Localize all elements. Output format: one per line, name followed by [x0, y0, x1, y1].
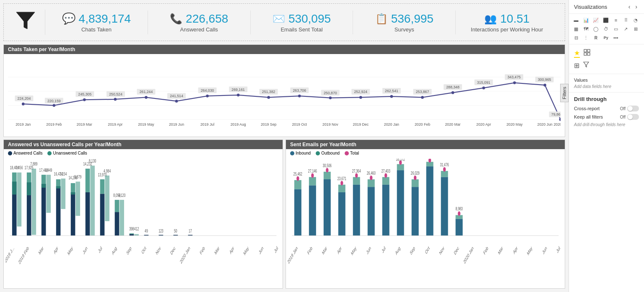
viz-icon-r[interactable]: R: [592, 34, 600, 41]
unanswered-dot: [47, 151, 52, 155]
viz-icon-column[interactable]: 📊: [582, 16, 590, 24]
grid-btn[interactable]: ⊞: [574, 62, 579, 70]
svg-point-163: [326, 168, 328, 173]
svg-text:2019 Oct: 2019 Oct: [292, 122, 307, 127]
svg-text:300,965: 300,965: [538, 78, 551, 82]
format-icon: [583, 49, 591, 56]
add-drill-fields[interactable]: Add drill-through fields here: [574, 122, 639, 127]
svg-rect-169: [353, 185, 360, 236]
svg-point-10: [206, 95, 209, 98]
svg-point-15: [359, 96, 362, 99]
svg-text:4,449: 4,449: [45, 167, 52, 173]
chats-label: Chats Taken: [81, 26, 112, 33]
viz-icon-py[interactable]: Py: [602, 34, 610, 41]
keep-filters-track[interactable]: [627, 114, 639, 120]
values-placeholder[interactable]: Add data fields here: [574, 84, 639, 89]
kpi-calls: 📞 226,658 Answered Calls: [148, 10, 251, 34]
viz-icon-line[interactable]: 📈: [592, 16, 600, 24]
viz-icon-more[interactable]: •••: [612, 34, 620, 41]
viz-icon-scatter[interactable]: ⠿: [622, 16, 630, 24]
values-label: Values: [574, 78, 639, 83]
svg-text:25,462: 25,462: [293, 171, 302, 176]
panel-prev-btn[interactable]: ‹: [627, 3, 632, 10]
viz-icon-map[interactable]: 🗺: [582, 25, 590, 33]
svg-text:253,867: 253,867: [416, 90, 429, 94]
svg-text:2019 Feb: 2019 Feb: [18, 245, 29, 266]
total-dot: [345, 151, 349, 155]
calls-label: Answered Calls: [180, 26, 218, 33]
viz-icon-donut[interactable]: ◯: [592, 25, 600, 33]
viz-icon-ribbon[interactable]: ≡: [612, 16, 620, 24]
legend-answered: Answered Calls: [8, 151, 42, 155]
panel-next-btn[interactable]: ›: [634, 3, 639, 10]
svg-point-171: [355, 173, 358, 178]
svg-text:26,029: 26,029: [411, 170, 420, 176]
svg-point-16: [390, 95, 393, 98]
viz-icon-matrix[interactable]: ⊟: [572, 34, 580, 41]
svg-text:288,348: 288,348: [446, 85, 460, 89]
svg-text:Jul: Jul: [98, 245, 103, 254]
svg-rect-113: [105, 176, 109, 221]
viz-icon-pie[interactable]: ◔: [632, 16, 639, 24]
filter-icon-container[interactable]: [10, 10, 45, 35]
filters-tab[interactable]: Filters: [560, 84, 569, 102]
svg-rect-154: [294, 180, 301, 189]
svg-rect-174: [368, 179, 375, 187]
svg-text:7,889: 7,889: [30, 161, 37, 167]
svg-point-11: [237, 93, 240, 96]
viz-icon-area[interactable]: ⬛: [602, 16, 610, 24]
svg-rect-105: [86, 192, 90, 236]
email-bars-group: 25,462 27,146 30,506: [293, 159, 463, 235]
svg-rect-106: [86, 169, 90, 192]
viz-icon-bar[interactable]: ▬: [572, 16, 580, 24]
svg-text:Dec: Dec: [453, 245, 460, 256]
keep-filters-toggle[interactable]: Off: [620, 114, 639, 120]
svg-point-18: [452, 91, 454, 94]
surveys-label: Surveys: [395, 26, 414, 33]
svg-text:2019 Jun: 2019 Jun: [169, 122, 184, 127]
svg-text:251,382: 251,382: [262, 90, 275, 94]
svg-rect-93: [46, 175, 51, 213]
cross-report-toggle[interactable]: Off: [620, 106, 639, 111]
viz-icon-card[interactable]: ▭: [612, 25, 620, 33]
svg-text:Feb: Feb: [199, 245, 205, 256]
svg-text:2020 Jan: 2020 Jan: [463, 245, 474, 265]
svg-rect-110: [100, 194, 105, 236]
svg-rect-223: [584, 53, 587, 55]
viz-icon-gauge[interactable]: ⏱: [602, 25, 610, 33]
star-btn[interactable]: ★: [574, 49, 580, 58]
viz-icon-table[interactable]: ⊞: [632, 25, 639, 33]
svg-text:Sep: Sep: [409, 245, 415, 256]
svg-rect-81: [12, 173, 17, 195]
svg-point-12: [267, 96, 270, 99]
filter-btn[interactable]: [583, 61, 589, 70]
svg-text:May: May: [526, 245, 533, 256]
bottom-charts-row: Answered vs Unanswered Calls per Year/Mo…: [3, 140, 565, 289]
svg-rect-197: [456, 219, 463, 236]
viz-icon-slicer[interactable]: ⋮: [582, 34, 590, 41]
svg-rect-88: [32, 169, 36, 235]
svg-rect-181: [397, 170, 404, 235]
svg-text:Mar: Mar: [322, 245, 328, 256]
svg-point-20: [513, 81, 516, 84]
cross-report-track[interactable]: [627, 106, 639, 111]
format-icons-2: ⊞: [574, 59, 639, 71]
format-btn[interactable]: [583, 49, 591, 58]
calls-svg: 18,404 7,456 17,925 7,889: [5, 159, 281, 288]
svg-point-9: [175, 100, 178, 103]
calls-legend: Answered Calls Unanswered Calls: [4, 149, 283, 157]
svg-text:250,524: 250,524: [109, 92, 122, 96]
panel-nav[interactable]: ‹ ›: [627, 3, 639, 10]
svg-text:23,671: 23,671: [338, 176, 346, 181]
legend-outbound: Outbound: [316, 151, 340, 155]
svg-text:Apr: Apr: [229, 245, 235, 255]
keep-filters-row: Keep all filters Off: [574, 114, 639, 120]
viz-icon-kpi[interactable]: ↗: [622, 25, 630, 33]
line-chart-svg: 224,204 220,159 245,305 250,524 261,244: [8, 58, 561, 127]
svg-rect-221: [584, 49, 587, 52]
svg-text:35,172: 35,172: [396, 159, 405, 162]
svg-text:8,130: 8,130: [89, 159, 96, 164]
svg-rect-170: [353, 177, 360, 185]
viz-icon-treemap[interactable]: ▦: [572, 25, 580, 33]
svg-text:2019 Jul: 2019 Jul: [200, 122, 214, 127]
